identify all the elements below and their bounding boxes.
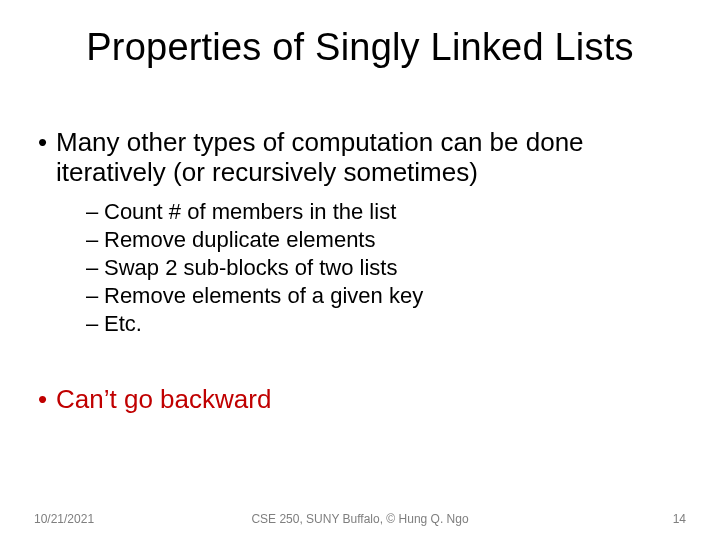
sub-bullet: Etc. [86, 310, 686, 338]
slide-body: Many other types of computation can be d… [34, 128, 686, 424]
slide-title: Properties of Singly Linked Lists [0, 26, 720, 69]
bullet-main-1: Many other types of computation can be d… [34, 128, 686, 188]
sub-bullet-list: Count # of members in the list Remove du… [86, 198, 686, 339]
sub-bullet: Remove elements of a given key [86, 282, 686, 310]
slide: Properties of Singly Linked Lists Many o… [0, 0, 720, 540]
sub-bullet: Remove duplicate elements [86, 226, 686, 254]
sub-bullet: Count # of members in the list [86, 198, 686, 226]
sub-bullet: Swap 2 sub-blocks of two lists [86, 254, 686, 282]
footer-source: CSE 250, SUNY Buffalo, © Hung Q. Ngo [34, 512, 686, 526]
footer-page-number: 14 [673, 512, 686, 526]
bullet-main-2: Can’t go backward [34, 385, 686, 415]
